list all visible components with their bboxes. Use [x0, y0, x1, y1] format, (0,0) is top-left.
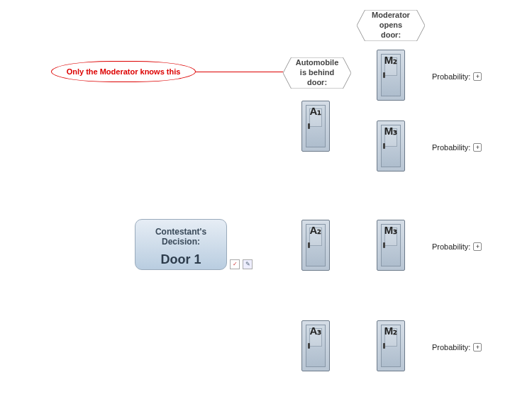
header-moderator: Moderatoropensdoor: [357, 10, 425, 41]
contestant-decision: Contestant'sDecision: Door 1 [135, 219, 227, 270]
moderator-note: Only the Moderator knows this [51, 61, 196, 82]
expand-icon[interactable]: + [473, 143, 482, 152]
probability-row3: Probability: + [432, 242, 482, 251]
header-automobile: Automobileis behinddoor: [283, 57, 351, 89]
expand-icon[interactable]: + [473, 242, 482, 251]
door-m2-row1: M₂ [377, 50, 405, 101]
probability-row4: Probability: + [432, 343, 482, 352]
expand-icon[interactable]: + [473, 343, 482, 352]
door-m3-row3: M₃ [377, 220, 405, 271]
door-a1: A₁ [301, 101, 330, 152]
probability-row2: Probability: + [432, 143, 482, 152]
expand-icon[interactable]: + [473, 72, 482, 81]
door-a3: A₃ [301, 320, 330, 371]
decision-icons: ✓ ✎ [230, 259, 253, 269]
decision-title: Contestant'sDecision: [140, 227, 222, 247]
checkbox-icon[interactable]: ✓ [230, 259, 240, 269]
decision-choice: Door 1 [140, 252, 222, 267]
edit-icon[interactable]: ✎ [243, 259, 253, 269]
door-a2: A₂ [301, 220, 330, 271]
note-connector [196, 72, 283, 72]
door-m2-row4: M₂ [377, 320, 405, 371]
door-m3-row2: M₃ [377, 120, 405, 172]
probability-row1: Probability: + [432, 72, 482, 81]
